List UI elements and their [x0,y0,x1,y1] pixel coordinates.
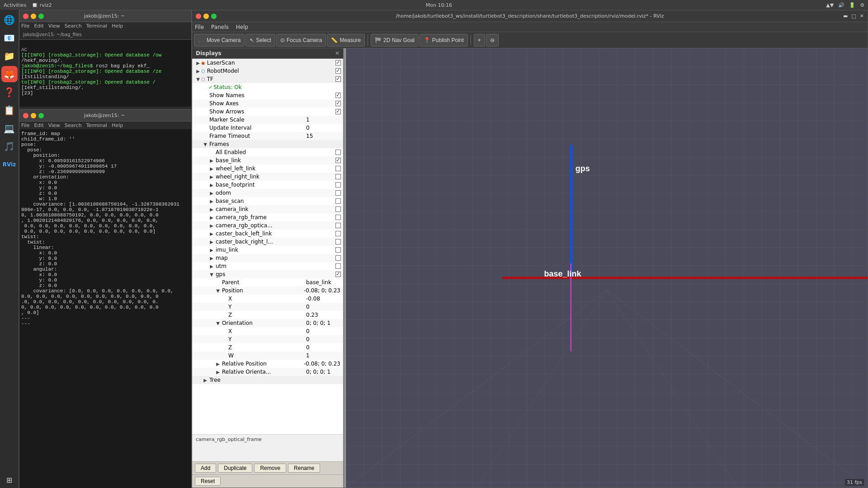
base-footprint-checkbox[interactable] [335,182,341,188]
base-link-checkbox[interactable] [335,158,341,163]
tree-expand[interactable]: ▶ [202,378,208,383]
base-link-item[interactable]: ▶ base_link [192,156,343,164]
menu-view-2[interactable]: View [48,122,60,128]
robot-model-item[interactable]: ▶ ⬡ RobotModel [192,67,343,75]
menu-panels-rviz[interactable]: Panels [211,24,229,30]
taskbar-icon-1[interactable]: 📧 [1,30,18,46]
remove-button[interactable]: Remove [254,464,286,473]
displays-close-btn[interactable]: ✕ [335,50,340,56]
map-item[interactable]: ▶ map [192,254,343,262]
taskbar-icon-0[interactable]: 🌐 [1,12,18,28]
wheel-right-checkbox[interactable] [335,174,341,179]
menu-file-1[interactable]: File [21,23,29,29]
base-scan-checkbox[interactable] [335,198,341,204]
show-axes-item[interactable]: Show Axes [192,99,343,108]
camera-rgb-frame-item[interactable]: ▶ camera_rgb_frame [192,213,343,221]
reset-button[interactable]: Reset [195,477,221,486]
gps-position-item[interactable]: ▼ Position -0.08; 0; 0.23 [192,286,343,295]
rviz-min[interactable] [203,14,209,19]
show-names-checkbox[interactable] [335,93,341,98]
show-arrows-item[interactable]: Show Arrows [192,108,343,116]
terminal-2-min[interactable] [31,113,36,118]
robotmodel-expand[interactable]: ▶ [195,69,201,74]
odom-expand[interactable]: ▶ [208,191,215,196]
taskbar-icon-7[interactable]: 🎵 [1,138,18,155]
rviz-max[interactable] [211,14,217,19]
duplicate-button[interactable]: Duplicate [218,464,252,473]
taskbar-icon-3[interactable]: 🦊 [1,66,18,82]
camera-rgb-frame-checkbox[interactable] [335,215,341,220]
utm-checkbox[interactable] [335,263,341,269]
gps-checkbox[interactable] [335,272,341,277]
show-axes-checkbox[interactable] [335,101,341,106]
tree-item[interactable]: ▶ Tree [192,376,343,384]
map-expand[interactable]: ▶ [208,256,215,261]
show-arrows-checkbox[interactable] [335,109,341,114]
base-footprint-expand[interactable]: ▶ [208,183,215,188]
menu-file-2[interactable]: File [21,122,29,128]
wheel-right-item[interactable]: ▶ wheel_right_link [192,173,343,181]
rviz-close[interactable] [196,14,201,19]
caster-back-left-checkbox[interactable] [335,231,341,236]
terminal-1-close[interactable] [23,14,28,19]
taskbar-icon-rviz[interactable]: RViz [1,156,18,173]
menu-help-1[interactable]: Help [112,23,123,29]
activities-button[interactable]: Activities [4,2,26,8]
remove-tool-btn[interactable]: ⊖ [486,34,499,47]
base-scan-item[interactable]: ▶ base_scan [192,197,343,205]
caster-back-right-checkbox[interactable] [335,239,341,244]
all-enabled-checkbox[interactable] [335,150,341,155]
gps-rel-pos-item[interactable]: ▶ Relative Position -0.08; 0; 0.23 [192,360,343,368]
wheel-left-checkbox[interactable] [335,166,341,171]
camera-link-expand[interactable]: ▶ [208,207,215,212]
terminal-1-min[interactable] [31,14,36,19]
laserscan-checkbox[interactable] [335,60,341,66]
rename-button[interactable]: Rename [288,464,320,473]
rviz-minimize-btn[interactable]: ▬ [843,13,848,19]
menu-edit-1[interactable]: Edit [34,23,43,29]
menu-edit-2[interactable]: Edit [34,122,43,128]
laserscan-expand[interactable]: ▶ [195,61,201,66]
gps-item[interactable]: ▼ gps [192,270,343,278]
displays-tree[interactable]: ▶ ◉ LaserScan ▶ ⬡ RobotModel ▼ ⬡ [192,59,343,434]
frames-item[interactable]: ▼ Frames [192,140,343,148]
gps-orientation-item[interactable]: ▼ Orientation 0; 0; 0; 1 [192,319,343,327]
terminal-2-body[interactable]: frame_id: map child_frame_id: '' pose: p… [19,129,191,488]
camera-link-checkbox[interactable] [335,206,341,212]
base-scan-expand[interactable]: ▶ [208,199,215,204]
caster-back-left-expand[interactable]: ▶ [208,231,215,236]
taskbar-icon-5[interactable]: 📋 [1,102,18,118]
taskbar-icon-grid[interactable]: ⊞ [1,472,18,488]
publish-point-btn[interactable]: 📍 Publish Point [420,34,468,47]
gps-position-expand[interactable]: ▼ [215,288,221,293]
terminal-1-max[interactable] [38,14,44,19]
gps-rel-pos-expand[interactable]: ▶ [215,361,221,366]
wheel-right-expand[interactable]: ▶ [208,174,215,179]
laser-scan-item[interactable]: ▶ ◉ LaserScan [192,59,343,67]
gps-rel-ori-item[interactable]: ▶ Relative Orienta... 0; 0; 0; 1 [192,368,343,376]
wheel-left-item[interactable]: ▶ wheel_left_link [192,164,343,173]
add-tool-btn[interactable]: + [474,34,485,47]
menu-terminal-2[interactable]: Terminal [86,122,108,128]
map-checkbox[interactable] [335,255,341,261]
tf-expand[interactable]: ▼ [195,77,201,82]
menu-help-2[interactable]: Help [112,122,123,128]
menu-terminal-1[interactable]: Terminal [86,23,108,29]
rviz-maximize-btn[interactable]: □ [851,13,856,19]
camera-link-item[interactable]: ▶ camera_link [192,205,343,213]
odom-item[interactable]: ▶ odom [192,189,343,197]
select-btn[interactable]: ↖ Select [245,34,275,47]
taskbar-icon-2[interactable]: 📁 [1,48,18,64]
add-button[interactable]: Add [195,464,216,473]
robotmodel-checkbox[interactable] [335,68,341,74]
camera-rgb-optica-item[interactable]: ▶ camera_rgb_optica... [192,221,343,230]
show-names-item[interactable]: Show Names [192,91,343,99]
camera-rgb-frame-expand[interactable]: ▶ [208,215,215,220]
imu-link-checkbox[interactable] [335,247,341,253]
terminal-2-max[interactable] [38,113,44,118]
2d-nav-goal-btn[interactable]: 🏁 2D Nav Goal [371,34,419,47]
base-footprint-item[interactable]: ▶ base_footprint [192,181,343,189]
caster-back-right-item[interactable]: ▶ caster_back_right_l... [192,238,343,246]
imu-link-expand[interactable]: ▶ [208,248,215,253]
rviz-close-btn[interactable]: ✕ [860,13,864,19]
